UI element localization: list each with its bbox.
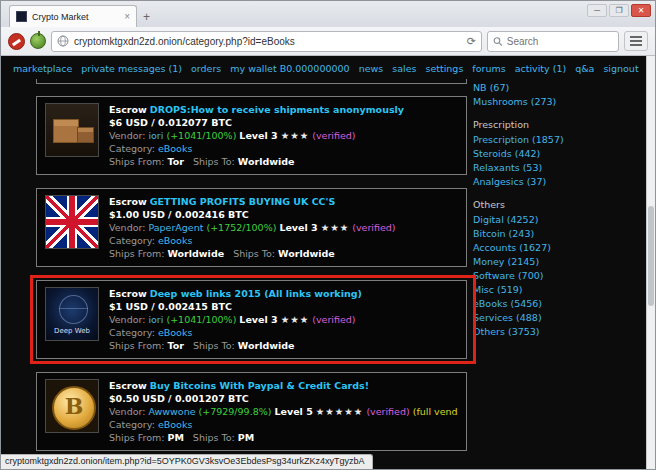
sidebar-category-link[interactable]: Mushrooms (273): [473, 95, 646, 109]
vendor-feedback: (+1041/100%): [166, 314, 236, 325]
sidebar-category-link[interactable]: Software (700): [473, 269, 646, 283]
sidebar-section-links: Prescription (1857)Steroids (442)Relaxan…: [473, 133, 646, 189]
sidebar-category-link[interactable]: Others (3753): [473, 325, 646, 339]
status-bar-link-preview: cryptomktgxdn2zd.onion/item.php?id=5OYPK…: [1, 454, 373, 469]
sidebar-partial-links: NB (67)Mushrooms (273): [473, 81, 646, 109]
sidebar-category-link[interactable]: eBooks (5456): [473, 297, 646, 311]
sidebar-category-link[interactable]: Analgesics (37): [473, 175, 646, 189]
sidebar-category-link[interactable]: Relaxants (53): [473, 161, 646, 175]
ships-to-value: Worldwide: [238, 156, 295, 167]
listing-price: $0.50 USD / 0.001207 BTC: [109, 392, 458, 405]
globe-icon: [57, 35, 69, 47]
listing-card[interactable]: Deep Web EscrowDeep web links 2015 (All …: [36, 280, 467, 359]
url-bar[interactable]: cryptomktgxdn2zd.onion/category.php?id=e…: [51, 31, 482, 52]
sidebar-category-link[interactable]: Digital (4252): [473, 213, 646, 227]
listing-price: $1.00 USD / 0.002416 BTC: [109, 208, 402, 221]
vendor-label: Vendor:: [109, 130, 145, 141]
sidebar-section-header: Prescription: [473, 118, 646, 132]
tab-close-icon[interactable]: ×: [124, 11, 130, 22]
topnav-link[interactable]: marketplace: [13, 63, 72, 74]
vendor-feedback: (+1752/100%): [206, 222, 276, 233]
noscript-blocked-icon[interactable]: [8, 33, 25, 50]
topnav-link[interactable]: orders: [191, 63, 221, 74]
listing-title-link[interactable]: GETTING PROFITS BUYING UK CC'S: [150, 196, 336, 207]
listing-title-link[interactable]: Buy Bitcoins With Paypal & Credit Cards!: [150, 380, 369, 391]
new-tab-button[interactable]: +: [137, 10, 158, 27]
listing-card[interactable]: EscrowGETTING PROFITS BUYING UK CC'S $1.…: [36, 188, 467, 267]
ships-to-label: Ships To:: [233, 248, 275, 259]
tab-bar: Crypto Market × + ─ ❐ ✕: [1, 1, 655, 27]
listing-thumbnail[interactable]: [45, 195, 99, 249]
browser-tab[interactable]: Crypto Market ×: [9, 5, 137, 27]
scrollbar-thumb[interactable]: [648, 206, 654, 306]
category-label: Category:: [109, 327, 155, 338]
vendor-link[interactable]: Awwwone: [148, 406, 195, 417]
vendor-stars: ★★★: [321, 222, 350, 233]
vendor-label: Vendor:: [109, 314, 145, 325]
vendor-level: Level 3: [279, 222, 317, 233]
ships-from-value: Tor: [167, 340, 183, 351]
minimize-button[interactable]: ─: [587, 4, 607, 17]
topnav-link[interactable]: news: [359, 63, 384, 74]
maximize-button[interactable]: ❐: [609, 4, 629, 17]
ships-from-value: PM: [167, 432, 183, 443]
vendor-link[interactable]: iori: [148, 314, 163, 325]
search-box[interactable]: [487, 31, 619, 52]
vendor-label: Vendor:: [109, 406, 145, 417]
sidebar-category-link[interactable]: Prescription (1857): [473, 133, 646, 147]
listing-price: $6 USD / 0.012077 BTC: [109, 116, 407, 129]
listing-card[interactable]: EscrowDROPS:How to receive shipments ano…: [36, 96, 467, 175]
topnav-link[interactable]: settings: [425, 63, 463, 74]
tab-title: Crypto Market: [32, 12, 119, 22]
topnav-link[interactable]: forums: [472, 63, 505, 74]
page-content: marketplace private messages (1) orders …: [1, 56, 655, 469]
tor-onion-icon[interactable]: [30, 33, 46, 49]
vendor-stars: ★★★: [281, 314, 310, 325]
site-favicon: [16, 11, 27, 22]
sidebar-category-link[interactable]: Accounts (1627): [473, 241, 646, 255]
vendor-level: Level 3: [239, 314, 277, 325]
category-link[interactable]: eBooks: [158, 419, 192, 430]
sidebar-category-link[interactable]: Services (488): [473, 311, 646, 325]
search-input[interactable]: [507, 36, 613, 47]
listing-thumbnail[interactable]: Deep Web: [45, 287, 99, 341]
sidebar-category-link[interactable]: Misc (519): [473, 283, 646, 297]
topnav-signout-link[interactable]: signout: [603, 63, 638, 74]
category-link[interactable]: eBooks: [158, 327, 192, 338]
search-icon: [493, 36, 503, 47]
listing-title-link[interactable]: Deep web links 2015 (All links working): [150, 288, 362, 299]
ships-from-value: Tor: [167, 156, 183, 167]
escrow-badge: Escrow: [109, 288, 147, 299]
listing-thumbnail[interactable]: [45, 379, 99, 433]
ships-from-label: Ships From:: [109, 156, 164, 167]
topnav-link[interactable]: private messages (1): [81, 63, 182, 74]
close-button[interactable]: ✕: [631, 4, 651, 17]
sidebar-section-links: Digital (4252)Bitcoin (243)Accounts (162…: [473, 213, 646, 339]
listing-thumbnail[interactable]: [45, 103, 99, 157]
topnav-link[interactable]: activity (1): [515, 63, 567, 74]
hamburger-menu-icon[interactable]: [624, 31, 648, 51]
ships-to-value: PM: [238, 432, 254, 443]
topnav-link[interactable]: sales: [392, 63, 416, 74]
verified-badge: (verified): [352, 222, 395, 233]
vendor-link[interactable]: iori: [148, 130, 163, 141]
sidebar-category-link[interactable]: Bitcoin (243): [473, 227, 646, 241]
listing-title-link[interactable]: DROPS:How to receive shipments anonymous…: [150, 104, 404, 115]
listing-card[interactable]: EscrowBuy Bitcoins With Paypal & Credit …: [36, 372, 467, 451]
category-link[interactable]: eBooks: [158, 143, 192, 154]
vendor-stars: ★★★: [281, 130, 310, 141]
sidebar-category-link[interactable]: NB (67): [473, 81, 646, 95]
sidebar-category-link[interactable]: Steroids (442): [473, 147, 646, 161]
ships-to-label: Ships To:: [193, 156, 235, 167]
category-label: Category:: [109, 235, 155, 246]
vendor-link[interactable]: PaperAgent: [148, 222, 203, 233]
sidebar-category-link[interactable]: Money (2145): [473, 255, 646, 269]
vertical-scrollbar[interactable]: [646, 56, 655, 469]
topnav-link[interactable]: q&a: [575, 63, 594, 74]
reload-icon[interactable]: ⟳: [467, 35, 476, 48]
ships-from-value: Worldwide: [167, 248, 224, 259]
url-text[interactable]: cryptomktgxdn2zd.onion/category.php?id=e…: [74, 36, 462, 47]
topnav-link[interactable]: my wallet B0.000000000: [230, 63, 349, 74]
thumbnail-caption: Deep Web: [46, 327, 98, 335]
category-link[interactable]: eBooks: [158, 235, 192, 246]
